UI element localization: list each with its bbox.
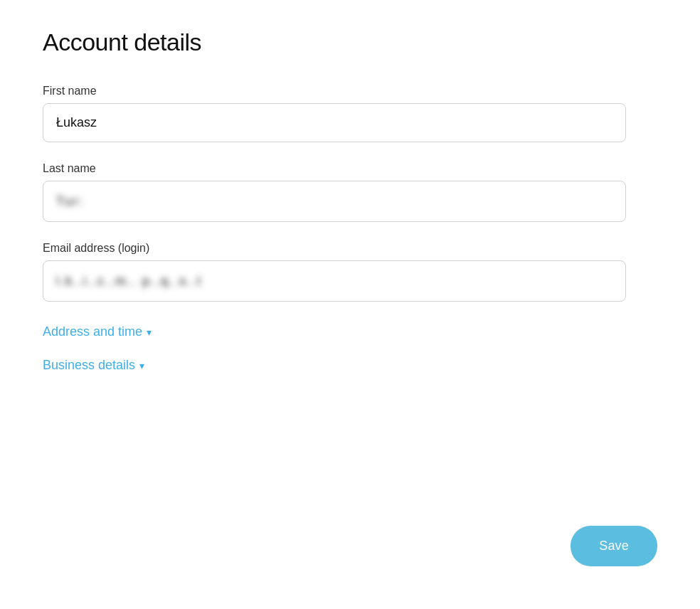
address-and-time-section: Address and time ▾ [43,322,657,342]
address-and-time-toggle[interactable]: Address and time ▾ [43,322,152,342]
last-name-input-display[interactable]: Tur: [43,181,626,222]
last-name-blurred-value: Tur: [56,194,84,209]
email-blurred-value: l.k..i..c..m.. p..q..s..t [56,274,202,289]
address-and-time-label: Address and time [43,324,142,339]
first-name-group: First name [43,85,657,142]
last-name-group: Last name Tur: [43,162,657,222]
business-details-chevron-icon: ▾ [139,360,144,371]
page-title: Account details [43,28,657,56]
page-container: Account details First name Last name Tur… [0,0,700,445]
email-group: Email address (login) l.k..i..c..m.. p..… [43,242,657,302]
save-button[interactable]: Save [571,526,657,566]
business-details-label: Business details [43,358,135,373]
business-details-toggle[interactable]: Business details ▾ [43,355,144,376]
email-input-display[interactable]: l.k..i..c..m.. p..q..s..t [43,260,626,302]
business-details-section: Business details ▾ [43,355,657,376]
email-label: Email address (login) [43,242,657,255]
first-name-input[interactable] [43,103,626,142]
last-name-label: Last name [43,162,657,175]
address-and-time-chevron-icon: ▾ [147,327,152,338]
first-name-label: First name [43,85,657,97]
